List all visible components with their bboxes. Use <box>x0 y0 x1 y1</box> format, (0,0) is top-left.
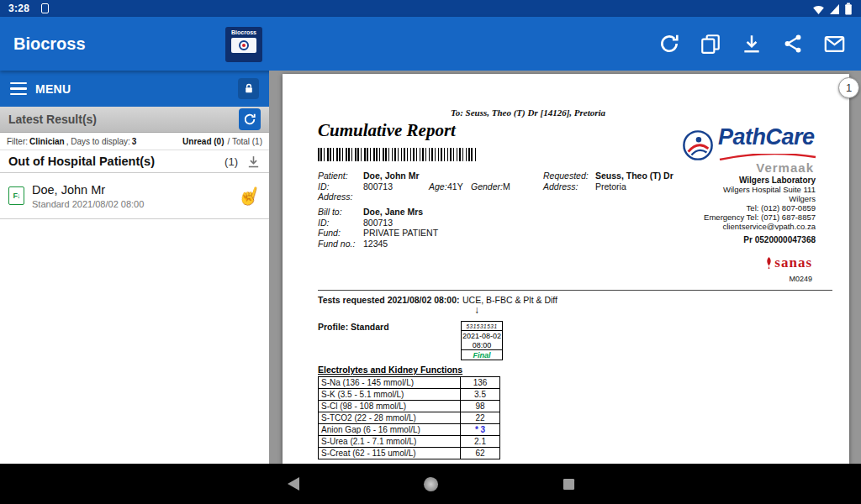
patient-subtitle: Standard 2021/08/02 08:00 <box>32 199 144 209</box>
report-page: To: Seuss, Theo (T) Dr [14126], Pretoria… <box>283 74 849 464</box>
hamburger-menu-icon[interactable] <box>10 82 27 96</box>
section-download-button[interactable] <box>246 155 261 169</box>
main-content: MENU Latest Result(s) Filter: Clinician … <box>0 71 861 464</box>
biocross-logo-badge <box>231 38 256 53</box>
patient-list-item[interactable]: F↓ Doe, John Mr Standard 2021/08/02 08:0… <box>0 173 269 219</box>
latest-results-header: Latest Result(s) <box>0 107 269 133</box>
result-test-name: S-Urea (2.1 - 7.1 mmol/L) <box>319 436 461 448</box>
sanas-accreditation-code: M0249 <box>765 275 812 283</box>
app-title: Biocross <box>13 34 86 54</box>
pathcare-logo: PathCare <box>682 126 817 164</box>
filter-row[interactable]: Filter: Clinician , Days to display: 3 U… <box>0 133 269 150</box>
bill-id-label: ID: <box>318 218 329 228</box>
app-screen: 3:28 Biocross Biocross <box>0 0 861 504</box>
tests-requested-label: Tests requested 2021/08/02 08:00: <box>318 295 460 305</box>
signal-icon <box>829 3 840 15</box>
results-rows: S-Na (136 - 145 mmol/L) 136 S-K (3.5 - 5… <box>319 377 500 459</box>
recents-button[interactable] <box>548 464 589 504</box>
latest-results-label: Latest Result(s) <box>8 113 97 126</box>
email-button[interactable] <box>822 32 846 55</box>
result-test-name: S-TCO2 (22 - 28 mmol/L) <box>319 412 461 424</box>
gender-value: M <box>503 181 510 192</box>
result-value: * 3 <box>461 424 500 436</box>
results-section-title: Electrolytes and Kidney Functions <box>318 365 462 375</box>
bill-id-value: 800713 <box>363 218 393 228</box>
lock-button[interactable] <box>238 78 259 99</box>
biocross-logo-emblem <box>239 40 249 50</box>
section-count: (1) <box>224 155 238 168</box>
biocross-logo: Biocross <box>225 27 262 62</box>
lab-address-block: Wilgers LaboratoryWilgers Hospital Suite… <box>704 176 816 231</box>
header-divider <box>318 290 832 291</box>
total-count: / Total (1) <box>228 137 263 146</box>
page-number-indicator: 1 <box>838 77 859 98</box>
lab-address-line: clientservice@vpath.co.za <box>704 222 816 231</box>
result-row: S-TCO2 (22 - 28 mmol/L) 22 <box>319 412 500 424</box>
pathcare-swoosh <box>718 154 817 160</box>
hand-pointer-icon: ☝ <box>235 183 263 207</box>
clock: 3:28 <box>8 3 29 14</box>
sanas-logo: sanas M0249 <box>765 255 812 283</box>
result-row: S-Cl (98 - 108 mmol/L) 98 <box>319 401 500 412</box>
download-button[interactable] <box>740 32 763 55</box>
id-value: 800713 <box>363 181 393 192</box>
status-bar: 3:28 <box>0 0 861 17</box>
age-value: 41Y <box>447 181 463 192</box>
sanas-wordmark: sanas <box>774 255 812 271</box>
fund-value: PRIVATE PATIENT <box>363 228 438 238</box>
result-test-name: S-K (3.5 - 5.1 mmol/L) <box>319 389 461 401</box>
unread-count: Unread (0) <box>182 137 224 146</box>
result-row: S-Na (136 - 145 mmol/L) 136 <box>319 377 500 389</box>
arrow-down-icon: ↓ <box>474 304 479 316</box>
result-row: S-Urea (2.1 - 7.1 mmol/L) 2.1 <box>319 436 500 448</box>
pathcare-emblem-icon <box>682 129 714 161</box>
pathcare-wordmark: PathCare <box>718 126 817 149</box>
results-table: S-Na (136 - 145 mmol/L) 136 S-K (3.5 - 5… <box>318 376 500 459</box>
home-button[interactable] <box>410 464 451 504</box>
requested-label: Requested: <box>543 171 589 181</box>
result-test-name: S-Cl (98 - 108 mmol/L) <box>319 401 461 412</box>
filter-clinician-value: Clinician <box>29 137 65 146</box>
fund-no-value: 12345 <box>363 239 388 249</box>
back-icon <box>287 476 300 491</box>
lab-address-line: Tel: (012) 807-0859 <box>704 203 816 213</box>
result-row: Anion Gap (6 - 16 mmol/L) * 3 <box>319 424 500 436</box>
bill-to-label: Bill to: <box>318 207 342 217</box>
refresh-results-button[interactable] <box>239 108 261 130</box>
age-label: Age: <box>429 181 447 192</box>
result-status: Final <box>461 349 503 360</box>
practice-number: Pr 0520000047368 <box>743 235 816 244</box>
result-date: 2021-08-02 <box>462 332 502 341</box>
filter-label: Filter: <box>7 137 28 146</box>
document-viewer[interactable]: 1 To: Seuss, Theo (T) Dr [14126], Pretor… <box>269 71 861 464</box>
biocross-logo-text: Biocross <box>231 29 256 35</box>
result-file-icon: F↓ <box>8 186 24 205</box>
back-button[interactable] <box>273 464 314 504</box>
patient-name-value: Doe, John Mr <box>363 171 420 181</box>
notification-icon <box>41 3 49 13</box>
section-title: Out of Hospital Patient(s) <box>8 155 155 168</box>
refresh-button[interactable] <box>658 32 681 55</box>
menu-label[interactable]: MENU <box>35 82 71 96</box>
share-button[interactable] <box>781 32 805 55</box>
address-label: Address: <box>318 192 352 202</box>
refresh-icon <box>243 113 256 126</box>
result-value: 98 <box>461 401 500 412</box>
gender-label: Gender: <box>471 181 503 192</box>
lab-address-line: Wilgers Laboratory <box>704 176 816 185</box>
sidebar: MENU Latest Result(s) Filter: Clinician … <box>0 71 269 464</box>
report-title: Cumulative Report <box>318 120 456 141</box>
filter-days-label: , Days to display: <box>66 137 130 146</box>
filter-counts: Unread (0) / Total (1) <box>182 137 262 146</box>
req-address-label: Address: <box>543 181 578 192</box>
result-value: 22 <box>461 412 500 424</box>
home-icon <box>423 476 439 492</box>
lab-address-line: Wilgers Hospital Suite 111 <box>704 185 816 194</box>
id-label: ID: <box>318 181 329 192</box>
out-of-hospital-section[interactable]: Out of Hospital Patient(s) (1) <box>0 150 269 173</box>
profile-label: Profile: Standard <box>318 322 389 332</box>
copy-pages-button[interactable] <box>699 32 722 55</box>
wifi-icon <box>812 3 825 15</box>
patient-label: Patient: <box>318 171 348 181</box>
fund-no-label: Fund no.: <box>318 239 355 249</box>
